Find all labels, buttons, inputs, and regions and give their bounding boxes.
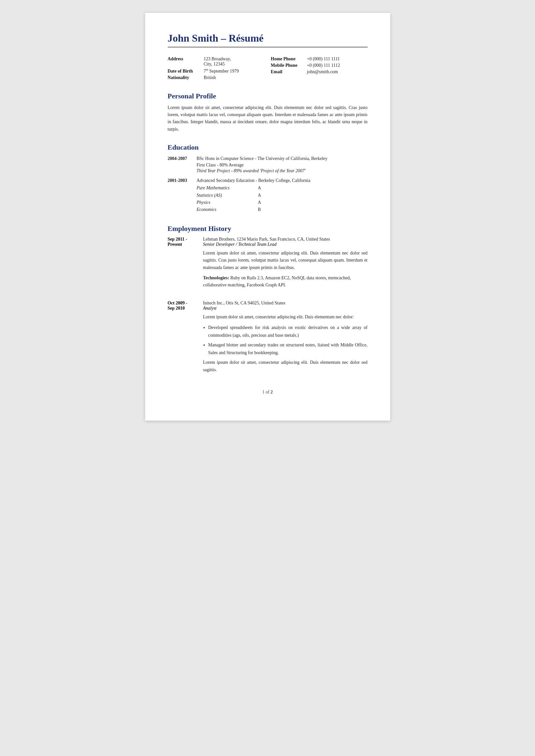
page-current: 1 [262,390,265,394]
contact-mobilephone-row: Mobile Phone +0 (000) 111 1112 [271,63,368,68]
dob-label: Date of Birth [168,69,200,74]
emp-company-1: Lehman Brothers, 1234 Mario Park, San Fr… [203,237,368,242]
contact-dob-row: Date of Birth 7th September 1979 [168,68,265,74]
page-of-label: of [266,390,270,394]
emp-tech-1: Technologies: Ruby on Rails 2.3, Amazon … [203,274,368,289]
edu-detail-2: Advanced Secondary Education - Berkeley … [197,178,368,214]
subject-grade-2: A [258,199,261,206]
emp-entry-1: Sep 2011 -Present Lehman Brothers, 1234 … [168,237,368,292]
emp-role-1: Senior Developer / Technical Team Lead [203,242,368,247]
edu-spacer-row [168,174,368,178]
contact-left: Address 123 Broadway,City, 12345 Date of… [168,56,265,80]
emp-role-2: Analyst [203,306,368,311]
address-value: 123 Broadway,City, 12345 [204,56,231,67]
emp-desc-1: Lorem ipsum dolor sit amet, consectetur … [203,250,368,271]
education-table: 2004-2007 BSc Hons in Computer Science -… [168,155,368,214]
emp-date-1b: Present [168,242,182,247]
mobilephone-value: +0 (000) 111 1112 [307,63,340,68]
page-total: 2 [270,390,273,394]
edu-entry-1: 2004-2007 BSc Hons in Computer Science -… [168,155,368,174]
subject-name-1: Statistics (AS) [197,192,245,199]
edu-institution-2: Advanced Secondary Education - Berkeley … [197,178,368,183]
subject-name-0: Pure Mathematics [197,184,245,192]
edu-detail-1: BSc Hons in Computer Science - The Unive… [197,155,368,174]
emp-outro-2: Lorem ipsum dolor sit amet, consectetur … [203,359,368,374]
contact-right: Home Phone +0 (000) 111 1111 Mobile Phon… [271,56,368,80]
title-divider [168,47,368,47]
edu-sub-1b: Third Year Project - 89% awarded 'Projec… [197,168,368,174]
edu-entry-2: 2001-2003 Advanced Secondary Education -… [168,178,368,214]
emp-intro-2: Lorem ipsum dolor sit amet, consectetur … [203,314,368,321]
education-title: Education [168,143,368,152]
homephone-label: Home Phone [271,56,303,62]
emp-bullets-2: Developed spreadsheets for risk analysis… [208,324,368,356]
education-section: Education 2004-2007 BSc Hons in Computer… [168,143,368,214]
subject-name-2: Physics [197,199,245,206]
emp-bullet-2-0: Developed spreadsheets for risk analysis… [208,324,368,339]
edu-year-1: 2004-2007 [168,155,197,174]
edu-institution-1: BSc Hons in Computer Science - The Unive… [197,156,368,161]
nationality-label: Nationality [168,75,200,80]
emp-date-1: Sep 2011 -Present [168,237,203,292]
resume-page: John Smith – Résumé Address 123 Broadway… [145,13,390,421]
page-footer: 1 of 2 [168,390,368,395]
email-value: john@smith.com [307,70,338,74]
emp-date-2: Oct 2009 -Sep 2010 [168,301,203,377]
emp-date-2b: Sep 2010 [168,306,185,311]
personal-profile-title: Personal Profile [168,92,368,100]
subject-row-0: Pure Mathematics A [197,184,368,192]
subject-grade-0: A [258,184,261,192]
subject-row-1: Statistics (AS) A [197,192,368,199]
edu-subjects: Pure Mathematics A Statistics (AS) A Phy… [197,184,368,213]
email-label: Email [271,70,303,74]
personal-profile-text: Lorem ipsum dolor sit amet, consectetur … [168,104,368,133]
employment-title: Employment History [168,224,368,233]
subject-row-3: Economics B [197,206,368,213]
emp-details-1: Lehman Brothers, 1234 Mario Park, San Fr… [203,237,368,292]
contact-homephone-row: Home Phone +0 (000) 111 1111 [271,56,368,62]
contact-address-row: Address 123 Broadway,City, 12345 [168,56,265,67]
emp-tech-label-1: Technologies: [203,275,229,280]
emp-company-2: Initech Inc., Otis St, CA 94025, United … [203,301,368,306]
contact-email-row: Email john@smith.com [271,70,368,74]
emp-details-2: Initech Inc., Otis St, CA 94025, United … [203,301,368,377]
homephone-value: +0 (000) 111 1111 [307,56,340,62]
mobilephone-label: Mobile Phone [271,63,303,68]
page-title: John Smith – Résumé [168,32,368,44]
dob-value: 7th September 1979 [204,68,239,74]
contact-nationality-row: Nationality British [168,75,265,80]
subject-name-3: Economics [197,206,245,213]
address-label: Address [168,56,200,62]
contact-grid: Address 123 Broadway,City, 12345 Date of… [168,56,368,80]
employment-section: Employment History Sep 2011 -Present Leh… [168,224,368,377]
edu-year-2: 2001-2003 [168,178,197,214]
subject-grade-3: B [258,206,261,213]
nationality-value: British [204,75,216,80]
subject-row-2: Physics A [197,199,368,206]
subject-grade-1: A [258,192,261,199]
edu-sub-1a: First Class - 80% Average [197,162,368,168]
personal-profile-section: Personal Profile Lorem ipsum dolor sit a… [168,92,368,133]
emp-entry-2: Oct 2009 -Sep 2010 Initech Inc., Otis St… [168,301,368,377]
emp-bullet-2-1: Managed blotter and secondary trades on … [208,341,368,357]
